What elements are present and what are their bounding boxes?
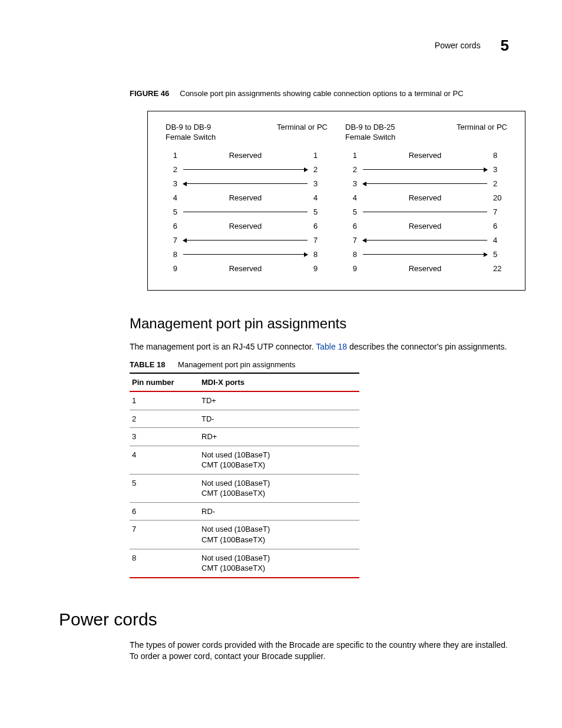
arrow-icon <box>183 183 308 184</box>
diagram-pin-right: 5 <box>313 207 328 218</box>
table-row: 3RD+ <box>130 428 359 446</box>
table-header-mdix: MDI-X ports <box>199 373 359 392</box>
page: Power cords 5 FIGURE 46 Console port pin… <box>0 0 562 728</box>
para-text-before: The management port is an RJ-45 UTP conn… <box>130 342 316 351</box>
diagram-head-left: DB-9 to DB-9 Female Switch <box>166 122 216 143</box>
diagram-connector: Reserved <box>177 221 313 232</box>
heading-management-port: Management port pin assignments <box>130 314 509 333</box>
diagram-row: 57 <box>345 205 507 219</box>
diagram-row: 32 <box>345 177 507 191</box>
arrow-icon <box>183 254 308 255</box>
diagram-pin-left: 6 <box>345 221 357 232</box>
cell-pin-number: 6 <box>130 502 199 521</box>
diagram-pin-left: 2 <box>345 164 357 175</box>
diagram-pin-right: 8 <box>493 150 507 161</box>
diagram-pin-right: 4 <box>313 193 328 203</box>
diagram-connector <box>357 240 493 241</box>
diagram-pin-right: 1 <box>313 150 328 161</box>
diagram-pin-right: 2 <box>313 164 328 175</box>
diagram-connector: Reserved <box>357 221 493 232</box>
table-label: TABLE 18 <box>130 360 165 369</box>
chapter-number: 5 <box>501 37 509 54</box>
diagram-row: 1Reserved8 <box>345 149 507 163</box>
diagram-pin-right: 22 <box>493 263 507 274</box>
diagram-reserved-label: Reserved <box>229 193 262 203</box>
diagram-pin-right: 9 <box>313 263 328 274</box>
arrow-icon <box>363 183 487 184</box>
diagram-head-right: Terminal or PC <box>457 122 507 143</box>
table-row: 6RD- <box>130 502 359 521</box>
cell-mdix-ports: TD+ <box>199 391 359 410</box>
arrow-icon <box>183 169 308 170</box>
table-row: 8Not used (10BaseT) CMT (100BaseTX) <box>130 549 359 578</box>
diagram-pin-right: 7 <box>313 235 328 246</box>
diagram-connector <box>357 254 493 255</box>
table-row: 2TD- <box>130 410 359 428</box>
arrow-icon <box>363 169 487 170</box>
heading-power-cords: Power cords <box>59 608 509 632</box>
arrow-icon <box>183 240 308 241</box>
diagram-connector <box>177 240 313 241</box>
cell-pin-number: 5 <box>130 474 199 502</box>
table-pin-assignments: Pin number MDI-X ports 1TD+2TD-3RD+4Not … <box>130 373 359 578</box>
diagram-pin-left: 2 <box>166 164 177 175</box>
figure-label: FIGURE 46 <box>130 89 169 98</box>
diagram-row: 9Reserved9 <box>166 262 328 276</box>
table-row: 7Not used (10BaseT) CMT (100BaseTX) <box>130 521 359 549</box>
table-row: 4Not used (10BaseT) CMT (100BaseTX) <box>130 446 359 474</box>
diagram-reserved-label: Reserved <box>409 221 442 232</box>
diagram-row: 6Reserved6 <box>345 219 507 233</box>
diagram-row: 88 <box>166 248 328 262</box>
link-table-18[interactable]: Table 18 <box>316 342 347 351</box>
diagram-reserved-label: Reserved <box>229 263 262 274</box>
diagram-pin-right: 3 <box>493 164 507 175</box>
arrow-icon <box>363 254 487 255</box>
diagram-pin-left: 4 <box>166 193 177 203</box>
diagram-connector <box>177 254 313 255</box>
cell-mdix-ports: RD- <box>199 502 359 521</box>
diagram-row: 1Reserved1 <box>166 149 328 163</box>
cell-pin-number: 8 <box>130 549 199 578</box>
diagram-connector <box>177 183 313 184</box>
diagram-row: 55 <box>166 205 328 219</box>
line-icon <box>183 212 308 212</box>
diagram-row: 85 <box>345 248 507 262</box>
diagram-pin-left: 1 <box>345 150 357 161</box>
diagram-connector: Reserved <box>357 150 493 161</box>
diagram-reserved-label: Reserved <box>409 150 442 161</box>
para-text-after: describes the connector's pin assignment… <box>347 342 507 351</box>
cell-pin-number: 1 <box>130 391 199 410</box>
diagram-pin-left: 3 <box>166 179 177 189</box>
diagram-row: 77 <box>166 233 328 248</box>
diagram-pin-left: 4 <box>345 193 357 203</box>
diagram-pin-right: 7 <box>493 207 507 218</box>
diagram-reserved-label: Reserved <box>409 263 442 274</box>
diagram-head-left: DB-9 to DB-25 Female Switch <box>345 122 395 143</box>
diagram-connector <box>357 169 493 170</box>
diagram-pin-left: 1 <box>166 150 177 161</box>
diagram-pin-right: 6 <box>313 221 328 232</box>
diagram-col-db9: DB-9 to DB-9 Female Switch Terminal or P… <box>166 122 328 276</box>
content-block: FIGURE 46 Console port pin assignments s… <box>130 88 509 662</box>
figure-caption-text: Console port pin assignments showing cab… <box>180 89 463 98</box>
diagram-pin-right: 20 <box>493 193 507 203</box>
diagram-row: 4Reserved20 <box>345 191 507 205</box>
diagram-pin-right: 2 <box>493 179 507 189</box>
paragraph-power-cords: The types of power cords provided with t… <box>130 640 509 662</box>
table-caption-text: Management port pin assignments <box>178 360 295 369</box>
diagram-connector: Reserved <box>357 193 493 203</box>
diagram-pin-right: 8 <box>313 249 328 260</box>
diagram-connector <box>357 183 493 184</box>
diagram-row: 74 <box>345 233 507 248</box>
diagram-connector: Reserved <box>177 150 313 161</box>
figure-caption: FIGURE 46 Console port pin assignments s… <box>130 88 509 99</box>
arrow-icon <box>363 240 487 241</box>
diagram-head-right: Terminal or PC <box>277 122 328 143</box>
diagram-reserved-label: Reserved <box>229 221 262 232</box>
cell-mdix-ports: RD+ <box>199 428 359 446</box>
diagram-row: 23 <box>345 163 507 177</box>
diagram-pin-left: 5 <box>166 207 177 218</box>
table-row: 1TD+ <box>130 391 359 410</box>
cell-mdix-ports: Not used (10BaseT) CMT (100BaseTX) <box>199 446 359 474</box>
line-icon <box>363 212 487 212</box>
